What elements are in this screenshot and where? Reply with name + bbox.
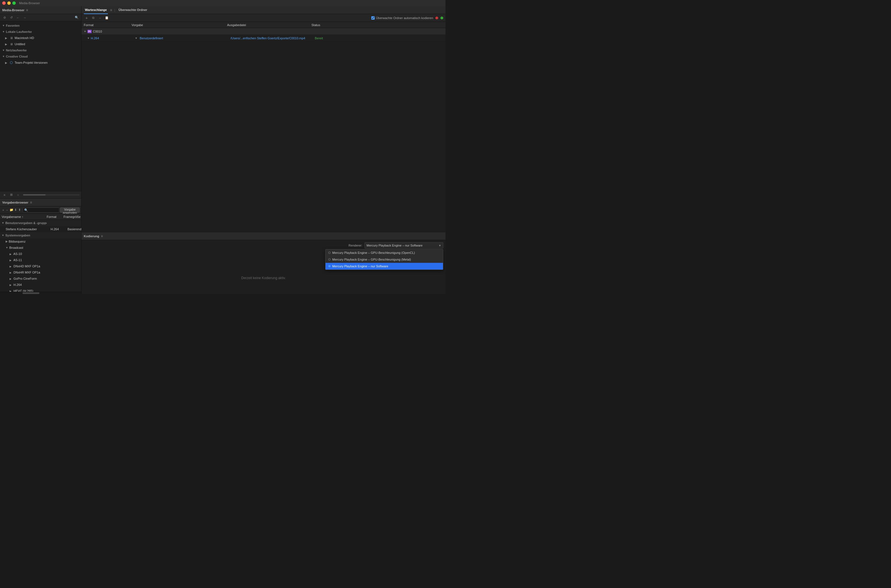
team-projekt-label: Team-Projekt-Versionen [15,61,48,64]
vorgaben-header: Vorgabenbrowser ≡ [0,198,81,206]
row-broadcast[interactable]: ▼ Broadcast [0,244,81,251]
hdd2-icon: 🖥 [9,42,14,46]
kodierung-menu-icon[interactable]: ≡ [101,234,103,238]
favoriten-chevron: ▼ [2,24,5,27]
h264-label: ▶ H.264 [9,283,54,286]
app-title: Media-Browser [19,2,40,5]
vorgaben-table-body: ▼ Benutzervorgaben & -gruppen Stefans Kü… [0,220,81,292]
media-browser-tree: ▼ Favonten ▼ Lokale Laufwerke ▶ 🖥 Macint… [0,21,81,191]
vorgaben-import-button[interactable]: ⬇ [14,207,17,213]
auto-kodieren-container: Überwachte Ordner automatisch kodieren [371,16,443,20]
q-header-ausgabe: Ausgabedatei [227,23,312,27]
tab-ueberwachte-ordner[interactable]: Überwachte Ordner [117,6,148,14]
opencl-label: Mercury Playback Engine – GPU-Beschleuni… [332,251,415,254]
netz-chevron: ▼ [2,49,5,52]
tree-item-macintosh-hd[interactable]: ▶ 🖥 Macintosh HD [0,35,81,41]
queue-job-c0010[interactable]: ▼ Pr C0010 [81,28,446,35]
cc-chevron: ▼ [2,55,5,58]
stefans-format: H.264 [51,228,68,231]
metal-radio [328,258,331,261]
vorgaben-scrollbar-h[interactable] [0,292,81,294]
queue-add-button[interactable]: + [84,15,89,21]
row-h264[interactable]: ▶ H.264 [0,282,81,288]
ausgabe-path[interactable]: /Users/...enfischen Steffen Goertz/Expor… [230,36,315,40]
h264-sub-chevron: ▼ [87,37,90,40]
opencl-radio [328,252,331,254]
queue-body: ▼ Pr C0010 ▼ H.264 ▼ Be [81,28,446,232]
tab-warteschlange[interactable]: Warteschlange [84,6,108,14]
media-browser-panel: Media-Browser ≡ ⊘ ↺ ← → 🔍 ▼ Favonten ▼ [0,6,81,198]
nav-forward-button[interactable]: → [22,15,27,21]
auto-kodieren-label: Überwachte Ordner automatisch kodieren [376,16,433,20]
netz-label: Netzlaufwerke [6,49,27,52]
vorgaben-menu-icon[interactable]: ≡ [30,201,32,204]
vorgaben-apply-button[interactable]: Vorgabe anwenden [60,207,80,213]
renderer-option-software[interactable]: Mercury Playback Engine – nur Software [325,263,443,270]
maximize-button[interactable] [12,2,16,5]
tree-item-team-projekt[interactable]: ▶ ⬡ Team-Projekt-Versionen [0,60,81,66]
queue-duplicate-button[interactable]: ⧉ [90,15,96,21]
vorgaben-title: Vorgabenbrowser [2,201,29,204]
macintosh-hd-chevron: ▶ [5,36,9,40]
vorgaben-search-input[interactable] [23,207,59,213]
broadcast-label: ▼ Broadcast [6,246,51,249]
favoriten-label: Favonten [6,24,20,27]
renderer-option-opencl[interactable]: Mercury Playback Engine – GPU-Beschleuni… [325,249,443,256]
section-systemvorgaben[interactable]: ▼ Systemvorgaben [0,232,81,238]
tree-section-lokale[interactable]: ▼ Lokale Laufwerke [0,28,81,35]
queue-table-header: Format Vorgabe Ausgabedatei Status [81,22,446,28]
tree-section-creative-cloud[interactable]: ▼ Creative Cloud [0,53,81,60]
row-stefans-kuechenzauber[interactable]: Stefans Küchenzauber H.264 Basierend a..… [0,226,81,232]
row-as11[interactable]: ▶ AS-11 [0,257,81,263]
untitled-label: Untitled [15,42,25,46]
h264-format-label: H.264 [91,36,99,40]
row-dnxhd[interactable]: ▶ DNxHD MXF OP1a [0,263,81,269]
benutzervorgaben-label: ▼ Benutzervorgaben & -gruppen [2,221,47,225]
nav-back-button[interactable]: ← [15,15,21,21]
stefans-name: Stefans Küchenzauber [6,228,51,231]
cc-label: Creative Cloud [6,55,28,58]
auto-kodieren-checkbox[interactable] [371,16,375,20]
icon-view-button[interactable]: ⊞ [8,192,14,198]
pr-badge: Pr [87,30,92,33]
vorgabe-value[interactable]: Benutzerdefiniert [140,36,163,40]
renderer-option-metal[interactable]: Mercury Playback Engine – GPU-Beschleuni… [325,256,443,263]
queue-copy-button[interactable]: 📋 [104,15,110,21]
renderer-selected-value: Mercury Playback Engine – nur Software [367,244,438,247]
filter-button[interactable]: ⊘ [2,15,7,21]
metadata-button[interactable]: ○ [15,192,21,198]
tree-section-favoriten[interactable]: ▼ Favonten [0,22,81,28]
row-hevc[interactable]: ▶ HEVC (H.265) [0,288,81,292]
as11-label: ▶ AS-11 [9,258,54,262]
tree-section-netz[interactable]: ▼ Netzlaufwerke [0,47,81,53]
dnxhd-label: ▶ DNxHD MXF OP1a [9,264,54,268]
vorgabe-dropdown-chevron[interactable]: ▼ [135,37,137,40]
col-format: Format [47,215,63,219]
queue-remove-button[interactable]: − [97,15,103,21]
vorgaben-folder-button[interactable]: 📁 [9,207,14,213]
kodierung-header: Kodierung ≡ [81,232,446,240]
refresh-button[interactable]: ↺ [8,15,14,21]
vorgaben-export-button[interactable]: ⬆ [18,207,21,213]
minimize-button[interactable] [7,2,11,5]
row-bildsequenz[interactable]: ▶ Bildsequenz [0,238,81,244]
row-gopro[interactable]: ▶ GoPro CineForm [0,276,81,282]
row-dnxhr[interactable]: ▶ DNxHR MXF OP1a [0,269,81,276]
search-button[interactable]: 🔍 [74,15,80,21]
renderer-dropdown[interactable]: Mercury Playback Engine – nur Software ▼… [364,242,443,249]
row-as10[interactable]: ▶ AS-10 [0,251,81,257]
tab-separator: | [114,8,115,12]
section-benutzervorgaben[interactable]: ▼ Benutzervorgaben & -gruppen [0,220,81,226]
tree-item-untitled[interactable]: ▶ 🖥 Untitled [0,41,81,47]
vorgaben-add-button[interactable]: + [2,207,5,213]
queue-toolbar: + ⧉ − 📋 Überwachte Ordner automatisch ko… [81,14,446,22]
queue-sub-row-h264[interactable]: ▼ H.264 ▼ Benutzerdefiniert /Users/...en… [81,35,446,42]
queue-menu-icon[interactable]: ≡ [110,8,112,12]
bildsequenz-label: ▶ Bildsequenz [6,240,51,243]
list-view-button[interactable]: ≡ [2,192,7,198]
title-bar: Media-Browser [0,0,446,6]
vorgaben-remove-button[interactable]: − [6,207,9,213]
c0010-chevron: ▼ [84,30,86,33]
media-browser-menu-icon[interactable]: ≡ [26,8,28,12]
close-button[interactable] [2,2,6,5]
